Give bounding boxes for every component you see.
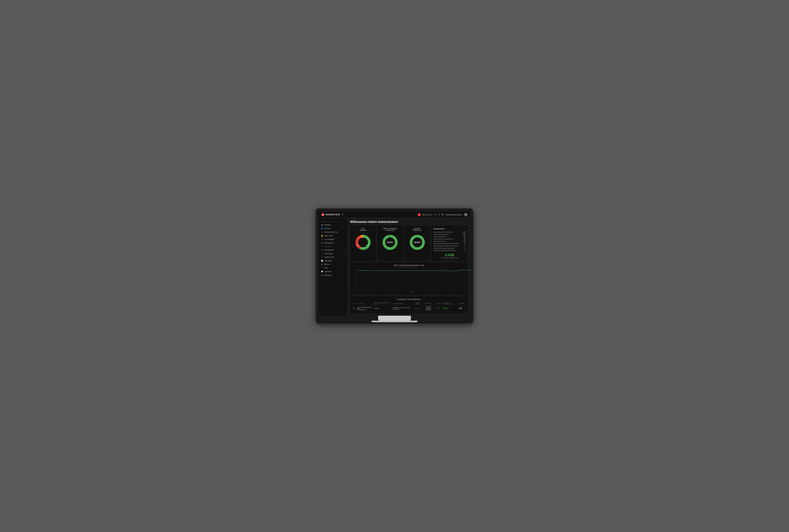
gear-icon: ⚙ — [321, 249, 323, 251]
table-title: Die letzten 5 Test Ergebnisse — [352, 298, 466, 300]
cell-zeitraum: 27.10.2022 10:53:38 27.10.2022 10:53:58 — [425, 305, 436, 311]
sidebar-label-konfig-admin: Konfiguration — [324, 242, 334, 244]
sidebar-label-safety-center: Safety Center — [324, 256, 334, 258]
sidebar-item-hilfe[interactable]: ? Hilfe — [319, 266, 347, 270]
expand-icon-4[interactable]: ⤢ — [464, 228, 466, 230]
sidebar-item-feedback[interactable]: 💬 Feedback — [319, 270, 347, 273]
alert-badge[interactable]: 2 — [418, 213, 421, 216]
sidebar-label-statistiken: Statistiken — [324, 260, 332, 262]
col-nr: NR — [352, 302, 356, 305]
cloud-icon: ☁ — [435, 213, 436, 216]
table-body: 823 e: bfs-eg-00-handauslösung-ea67 [HAN… — [352, 305, 466, 311]
sidebar-item-gebaeude[interactable]: ▦ Gebäude — [319, 223, 347, 227]
komp-row: Rauchschutzdruckabschnitte (RDA)79 — [434, 247, 466, 249]
komp-total-label: Gesamtanzahl Komponenten — [434, 257, 466, 259]
sidebar-item-test-center[interactable]: ✓ Test Center ▾ — [319, 252, 347, 255]
sort-icon: △ — [321, 231, 323, 233]
sync-icon[interactable]: ⇄ — [438, 213, 440, 216]
col-anr: AUSLÖSENDE KOMPONENTE (ANR) — [373, 302, 392, 305]
sidebar-item-benutzer[interactable]: 👤 Benutzer — [319, 227, 347, 230]
shield-icon: 🛡 — [321, 256, 323, 258]
sidebar-label-log: Log anzeigen — [324, 239, 334, 240]
x-axis-labels: 02.03.20222.03.20206.01.20213.03.202130.… — [359, 290, 466, 291]
komp-title: Komponenten ⤢ — [434, 228, 466, 230]
komp-rows: Brandmeldezentralen und Melder2.498Steue… — [434, 231, 466, 252]
card-title-wirk: Wirk- und Komplex Performance — [379, 228, 401, 231]
content-area: Willkommen Admin Administrator! Test Übe… — [347, 218, 470, 316]
sidebar-label-test-center: Test Center — [324, 253, 333, 254]
sidebar-item-statistiken[interactable]: 📊 Statistiken — [319, 259, 347, 263]
donut-test: 37,03% 6,21% 56,76% — [352, 232, 374, 252]
delete-button[interactable]: 🗑 — [459, 307, 462, 309]
expand-icon-2[interactable]: ⤢ — [400, 227, 402, 229]
feedback-icon: 💬 — [321, 270, 323, 272]
sidebar-label-hilfe: Hilfe — [324, 267, 328, 269]
topbar-right: 2 Berlin: 10,7° ☁ ⇄ 🔍 Admin Administrato… — [418, 213, 467, 216]
komp-row: Brandmeldezentralen und Melder2.498 — [434, 231, 466, 233]
building-icon: ▦ — [321, 224, 323, 226]
monitor-stand — [378, 316, 411, 321]
sidebar-item-komponenten-sort[interactable]: △ Komponenten Sort. — [319, 230, 347, 234]
wrench-icon: 🔧 — [321, 242, 323, 244]
sidebar-item-alarm-level[interactable]: 🔔 Alarm Level — [319, 234, 347, 238]
cards-row: Test Übersicht ⤢ — [350, 226, 467, 261]
komp-row: Natürliche Entrauchungsabschnitte (NRA)7 — [434, 245, 466, 247]
weather-label: Berlin: 10,7° — [423, 214, 433, 216]
sidebar: ADMINISTRATION ▦ Gebäude 👤 Benutzer △ Ko… — [319, 218, 347, 316]
sidebar-item-monitor[interactable]: 🖥 Monitor — [319, 263, 347, 266]
sidebar-item-safety-center[interactable]: 🛡 Safety Center ▾ — [319, 255, 347, 259]
settings-icon[interactable]: ⚙ — [342, 213, 344, 216]
card-anlagen-performance: Anlagen Performance ⤢ 99.80% — [404, 226, 430, 261]
cell-anr: NRA01 () — [373, 305, 392, 311]
chart-subtitle: Zeige die letzten 25 Testtage — [352, 267, 466, 268]
stats-icon: 📊 — [321, 260, 323, 262]
svg-text:37,03%: 37,03% — [361, 237, 365, 238]
chart-wrapper: 100% 80% 60% 40% 20% 0% — [352, 269, 466, 293]
card-title-anlagen: Anlagen Performance — [406, 228, 428, 231]
svg-text:98.96%: 98.96% — [387, 241, 393, 243]
expand-icon-3[interactable]: ⤢ — [428, 227, 429, 229]
sidebar-label-kompsorт: Komponenten Sort. — [324, 231, 338, 233]
chevron-icon: ▾ — [344, 249, 345, 251]
sidebar-label-konfiguration: Konfiguration — [324, 249, 334, 251]
cell-aktionen: 🗑 — [458, 305, 466, 311]
expand-icon-1[interactable]: ⤢ — [373, 227, 375, 229]
func-section-label: FUNKTIONEN — [319, 245, 347, 248]
eye-icon: 👁 — [321, 238, 323, 240]
test-ergebnisse-section: Die letzten 5 Test Ergebnisse NR TEST [A… — [350, 297, 467, 314]
table-head: NR TEST [ART] AUSLÖSENDE KOMPONENTE (ANR… — [352, 302, 466, 305]
chevron-icon-2: ▾ — [344, 253, 345, 254]
col-art: TEST [ART] — [356, 302, 373, 305]
sidebar-item-log[interactable]: 👁 Log anzeigen — [319, 238, 347, 241]
chart-inner: 02.03.20222.03.20206.01.20213.03.202130.… — [359, 269, 466, 293]
col-dauer: DAUER — [436, 302, 442, 305]
sidebar-item-konfiguration[interactable]: ⚙ Konfiguration ▾ — [319, 248, 347, 252]
check-icon: ✓ — [321, 252, 323, 254]
table-header-row: NR TEST [ART] AUSLÖSENDE KOMPONENTE (ANR… — [352, 302, 466, 305]
cell-nr: 823 — [352, 305, 356, 311]
alert-badge-area: 2 — [418, 213, 421, 216]
topbar: IN INOMATRIX ⚙ 2 Berlin: 10,7° ☁ ⇄ 🔍 Adm… — [319, 211, 470, 218]
col-komp: KOMP. / DATAPTE — [414, 302, 424, 305]
sidebar-label-feedback: Feedback — [324, 271, 332, 272]
card-wirk-performance: Wirk- und Komplex Performance ⤢ 98.96% — [377, 226, 403, 261]
help-icon: ? — [321, 267, 323, 269]
sidebar-item-abmelden[interactable]: ⏻ Abmelden — [319, 273, 347, 277]
sidebar-label-monitor: Monitor — [324, 264, 330, 265]
sidebar-label-gebaeude: Gebäude — [324, 224, 331, 226]
komp-row: Treppenhaus Spülluftabschnitte (TSA)6 — [434, 249, 466, 252]
komp-row: Fan-Coil-Units (FCU)382 — [434, 240, 466, 243]
svg-text:56,76%: 56,76% — [356, 245, 360, 246]
main-layout: ADMINISTRATION ▦ Gebäude 👤 Benutzer △ Ko… — [319, 218, 470, 316]
card-test-uebersicht: Test Übersicht ⤢ — [350, 226, 376, 261]
cell-schema: Auslösung durch Handmelder: Auslösung — [392, 305, 414, 311]
cell-komp: 9 / 11 — [414, 305, 424, 311]
sidebar-item-konfiguration-admin[interactable]: 🔧 Konfiguration — [319, 241, 347, 245]
logo: IN INOMATRIX ⚙ — [322, 213, 344, 216]
search-icon[interactable]: 🔍 — [442, 213, 444, 216]
table-row: 823 e: bfs-eg-00-handauslösung-ea67 [HAN… — [352, 305, 466, 311]
sidebar-label-benutzer: Benutzer — [324, 228, 331, 229]
komp-row: Steuer- und Meldegruppen1.215 — [434, 233, 466, 235]
col-zeitraum: ZEITRAUM — [425, 302, 436, 305]
chart-svg — [359, 269, 466, 289]
